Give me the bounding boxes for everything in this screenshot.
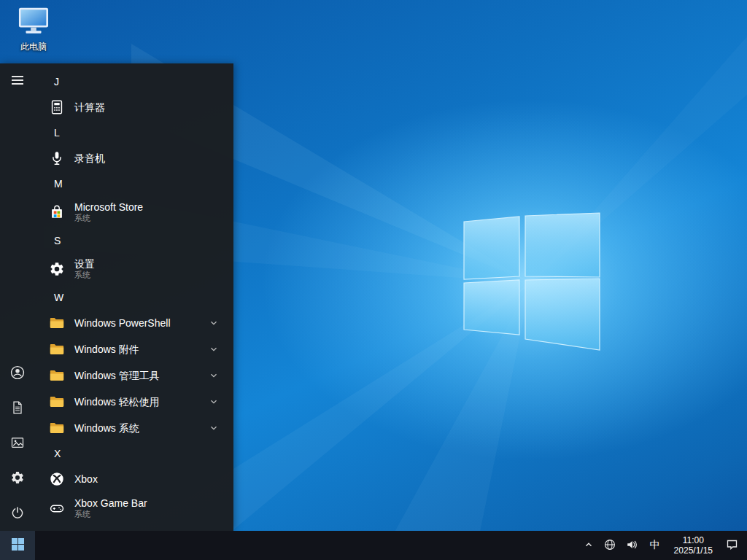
start-all-menu-button[interactable] bbox=[0, 63, 35, 98]
chevron-down-icon[interactable] bbox=[209, 423, 219, 433]
settings-gear-icon bbox=[10, 470, 25, 487]
app-group-letter-s[interactable]: S bbox=[35, 228, 233, 253]
app-label: Windows 系统 bbox=[74, 422, 139, 435]
app-sublabel: 系统 bbox=[74, 510, 147, 519]
start-app-calculator[interactable]: 计算器 bbox=[35, 94, 233, 120]
pictures-icon bbox=[10, 435, 25, 452]
taskbar: 中 11:00 2025/1/15 bbox=[0, 531, 747, 560]
group-letter-label: J bbox=[54, 76, 59, 88]
start-folder-windows-powershell[interactable]: Windows PowerShell bbox=[35, 310, 233, 336]
app-sublabel: 系统 bbox=[74, 271, 95, 280]
chevron-down-icon[interactable] bbox=[209, 344, 219, 354]
folder-icon bbox=[48, 314, 66, 332]
start-folder-windows-admin-tools[interactable]: Windows 管理工具 bbox=[35, 362, 233, 389]
chevron-down-icon[interactable] bbox=[209, 397, 219, 407]
app-group-letter-l[interactable]: L bbox=[35, 120, 233, 145]
folder-icon bbox=[48, 341, 66, 358]
group-letter-label: W bbox=[54, 292, 63, 303]
action-center-icon bbox=[726, 538, 738, 553]
app-label: 设置 bbox=[74, 258, 95, 271]
tray-overflow-button[interactable] bbox=[578, 531, 599, 560]
settings-button[interactable] bbox=[0, 461, 35, 496]
start-app-microsoft-store[interactable]: Microsoft Store 系统 bbox=[35, 196, 233, 228]
user-account-button[interactable] bbox=[0, 356, 35, 391]
gamebar-icon bbox=[48, 499, 66, 517]
app-sublabel: 系统 bbox=[74, 214, 143, 223]
app-group-letter-x[interactable]: X bbox=[35, 441, 233, 466]
folder-icon bbox=[48, 367, 66, 384]
app-label: Xbox Game Bar bbox=[74, 497, 147, 510]
start-app-list: J 计算器 L bbox=[35, 63, 233, 531]
start-app-voice-recorder[interactable]: 录音机 bbox=[35, 145, 233, 171]
start-folder-windows-accessories[interactable]: Windows 附件 bbox=[35, 336, 233, 362]
app-label: 计算器 bbox=[74, 101, 105, 114]
start-folder-windows-ease-of-access[interactable]: Windows 轻松使用 bbox=[35, 389, 233, 415]
start-menu-rail bbox=[0, 63, 35, 531]
desktop-icon-label: 此电脑 bbox=[20, 41, 47, 53]
ime-indicator[interactable]: 中 bbox=[643, 531, 667, 560]
app-group-letter-w[interactable]: W bbox=[35, 285, 233, 310]
action-center-button[interactable] bbox=[719, 531, 747, 560]
start-app-settings[interactable]: 设置 系统 bbox=[35, 253, 233, 285]
user-icon bbox=[9, 365, 26, 383]
app-label: Windows 轻松使用 bbox=[74, 396, 160, 408]
app-group-letter-z[interactable]: Z bbox=[35, 524, 233, 531]
ime-label: 中 bbox=[650, 539, 660, 552]
documents-icon bbox=[10, 400, 25, 417]
chevron-up-icon bbox=[584, 540, 594, 552]
microphone-icon bbox=[48, 149, 66, 167]
start-folder-windows-system[interactable]: Windows 系统 bbox=[35, 415, 233, 441]
clock[interactable]: 11:00 2025/1/15 bbox=[667, 531, 719, 560]
clock-date: 2025/1/15 bbox=[674, 545, 713, 556]
clock-time: 11:00 bbox=[683, 535, 704, 545]
documents-button[interactable] bbox=[0, 391, 35, 426]
app-group-letter-m[interactable]: M bbox=[35, 171, 233, 196]
folder-icon bbox=[48, 419, 66, 437]
calculator-icon bbox=[48, 98, 66, 116]
start-menu: J 计算器 L bbox=[0, 63, 233, 531]
app-label: Windows PowerShell bbox=[74, 317, 171, 330]
app-label: Windows 附件 bbox=[74, 343, 139, 356]
hamburger-icon bbox=[11, 74, 24, 89]
this-pc-monitor-icon bbox=[17, 6, 50, 39]
desktop-icon-this-pc[interactable]: 此电脑 bbox=[6, 6, 61, 53]
network-globe-icon bbox=[604, 539, 616, 553]
chevron-down-icon[interactable] bbox=[209, 318, 219, 328]
gear-icon bbox=[48, 260, 66, 278]
start-button[interactable] bbox=[0, 531, 35, 560]
chevron-down-icon[interactable] bbox=[209, 370, 219, 381]
volume-button[interactable] bbox=[621, 531, 643, 560]
app-label: 录音机 bbox=[74, 152, 105, 165]
store-icon bbox=[48, 203, 66, 221]
app-label: Xbox bbox=[74, 473, 98, 486]
app-label: Microsoft Store bbox=[74, 201, 143, 214]
start-app-xbox-game-bar[interactable]: Xbox Game Bar 系统 bbox=[35, 492, 233, 524]
speaker-icon bbox=[626, 539, 638, 553]
power-icon bbox=[10, 505, 25, 522]
windows-logo-icon bbox=[12, 538, 24, 553]
group-letter-label: X bbox=[54, 448, 61, 459]
pictures-button[interactable] bbox=[0, 426, 35, 461]
app-group-letter-j[interactable]: J bbox=[35, 69, 233, 94]
group-letter-label: S bbox=[54, 235, 61, 246]
app-label: Windows 管理工具 bbox=[74, 370, 160, 382]
system-tray: 中 11:00 2025/1/15 bbox=[578, 531, 747, 560]
xbox-icon bbox=[48, 470, 66, 488]
desktop: 此电脑 bbox=[0, 0, 747, 560]
power-button[interactable] bbox=[0, 496, 35, 531]
group-letter-label: M bbox=[54, 178, 63, 190]
folder-icon bbox=[48, 393, 66, 411]
group-letter-label: L bbox=[54, 127, 60, 139]
start-app-xbox[interactable]: Xbox bbox=[35, 466, 233, 492]
network-button[interactable] bbox=[599, 531, 621, 560]
